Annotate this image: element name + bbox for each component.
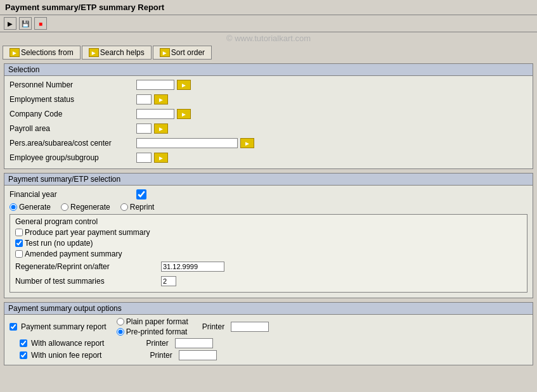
- back-icon[interactable]: ▶: [4, 17, 16, 30]
- tab-arrow-1: ►: [10, 48, 20, 57]
- main-content: Selection Personnel Number ► Employment …: [0, 61, 537, 372]
- page-title: Payment summary/ETP summary Report: [5, 3, 164, 12]
- payment-summary-report-checkbox[interactable]: [10, 323, 17, 331]
- payroll-area-arrow[interactable]: ►: [154, 123, 168, 134]
- tab-arrow-2: ►: [89, 48, 99, 57]
- company-code-input[interactable]: [136, 109, 174, 119]
- employee-group-row: Employee group/subgroup ►: [10, 151, 527, 164]
- payroll-area-row: Payroll area ►: [10, 122, 527, 135]
- produce-part-year-checkbox[interactable]: [15, 229, 23, 236]
- financial-year-row: Financial year: [10, 188, 527, 201]
- printer-label-2: Printer: [146, 339, 168, 348]
- watermark: © www.tutorialkart.com: [0, 32, 537, 44]
- output-options-header: Payment summary output options: [4, 303, 533, 315]
- union-fee-report-checkbox[interactable]: [20, 351, 27, 359]
- payment-etp-content: Financial year Generate Regenerate Repri…: [4, 186, 533, 298]
- printer-input-3[interactable]: [179, 350, 217, 360]
- general-control-section: General program control Produce part yea…: [10, 214, 527, 293]
- amended-payment-row: Amended payment summary: [15, 250, 522, 258]
- amended-payment-checkbox[interactable]: [15, 250, 23, 258]
- general-control-header: General program control: [15, 217, 522, 226]
- payroll-area-label: Payroll area: [10, 124, 136, 133]
- pers-area-input[interactable]: [136, 138, 238, 148]
- tab-search-helps[interactable]: ► Search helps: [82, 46, 152, 60]
- pers-area-label: Pers.area/subarea/cost center: [10, 139, 136, 148]
- employee-group-label: Employee group/subgroup: [10, 153, 136, 162]
- personnel-number-arrow[interactable]: ►: [177, 80, 191, 90]
- test-run-row: Test run (no update): [15, 239, 522, 248]
- tab-bar: ► Selections from ► Search helps ► Sort …: [0, 44, 537, 61]
- tab-selections-from[interactable]: ► Selections from: [3, 46, 81, 60]
- test-run-checkbox[interactable]: [15, 239, 23, 247]
- tab-sort-order[interactable]: ► Sort order: [153, 46, 212, 60]
- title-bar: Payment summary/ETP summary Report: [0, 0, 537, 15]
- printer-input-1[interactable]: [231, 322, 269, 332]
- employment-status-input[interactable]: [136, 94, 152, 104]
- printer-label-3: Printer: [150, 351, 172, 360]
- employee-group-arrow[interactable]: ►: [154, 153, 168, 163]
- test-summaries-row: Number of test summaries: [15, 275, 522, 288]
- payment-etp-header: Payment summary/ETP selection: [4, 174, 533, 186]
- save-icon[interactable]: 💾: [19, 17, 32, 30]
- generate-options: Generate Regenerate Reprint: [10, 203, 527, 212]
- toolbar: ▶ 💾 ■: [0, 15, 537, 32]
- company-code-row: Company Code ►: [10, 108, 527, 120]
- reprint-radio-item: Reprint: [120, 203, 155, 212]
- test-summaries-label: Number of test summaries: [15, 277, 161, 286]
- regenerate-date-input[interactable]: [161, 262, 224, 272]
- pre-printed-radio[interactable]: [117, 328, 124, 336]
- allowance-report-row: With allowance report Printer: [10, 338, 527, 348]
- payment-etp-section: Payment summary/ETP selection Financial …: [4, 173, 533, 298]
- output-options-section: Payment summary output options Payment s…: [4, 302, 533, 365]
- printer-input-2[interactable]: [175, 338, 213, 348]
- union-fee-report-row: With union fee report Printer: [10, 350, 527, 360]
- payment-summary-report-row: Payment summary report Plain paper forma…: [10, 317, 527, 336]
- regenerate-date-label: Regenerate/Reprint on/after: [15, 262, 161, 271]
- plain-paper-radio[interactable]: [117, 318, 124, 326]
- allowance-report-checkbox[interactable]: [20, 339, 27, 347]
- personnel-number-row: Personnel Number ►: [10, 79, 527, 91]
- employment-status-row: Employment status ►: [10, 93, 527, 106]
- printer-label-1: Printer: [202, 322, 224, 331]
- generate-radio-item: Generate: [10, 203, 51, 212]
- selection-section: Selection Personnel Number ► Employment …: [4, 63, 533, 169]
- selection-section-header: Selection: [4, 64, 533, 76]
- employment-status-arrow[interactable]: ►: [154, 94, 168, 104]
- financial-year-checkbox[interactable]: [136, 189, 146, 199]
- selection-section-content: Personnel Number ► Employment status ► C…: [4, 76, 533, 168]
- regenerate-radio[interactable]: [61, 203, 68, 211]
- output-options-content: Payment summary report Plain paper forma…: [4, 315, 533, 365]
- financial-year-label: Financial year: [10, 190, 136, 199]
- test-summaries-input[interactable]: [161, 276, 176, 286]
- generate-radio[interactable]: [10, 203, 17, 211]
- company-code-label: Company Code: [10, 110, 136, 118]
- regenerate-radio-item: Regenerate: [61, 203, 110, 212]
- personnel-number-input[interactable]: [136, 80, 174, 90]
- employment-status-label: Employment status: [10, 95, 136, 104]
- reprint-radio[interactable]: [120, 203, 128, 211]
- payroll-area-input[interactable]: [136, 123, 152, 134]
- tab-arrow-3: ►: [160, 48, 170, 57]
- stop-icon[interactable]: ■: [34, 17, 47, 30]
- company-code-arrow[interactable]: ►: [177, 109, 191, 119]
- plain-paper-format-item: Plain paper format: [117, 317, 188, 326]
- pers-area-arrow[interactable]: ►: [240, 138, 254, 148]
- produce-part-year-row: Produce part year payment summary: [15, 228, 522, 237]
- regenerate-date-row: Regenerate/Reprint on/after: [15, 260, 522, 273]
- pers-area-row: Pers.area/subarea/cost center ►: [10, 137, 527, 149]
- pre-printed-format-item: Pre-printed format: [117, 327, 188, 336]
- personnel-number-label: Personnel Number: [10, 80, 136, 89]
- employee-group-input[interactable]: [136, 153, 152, 163]
